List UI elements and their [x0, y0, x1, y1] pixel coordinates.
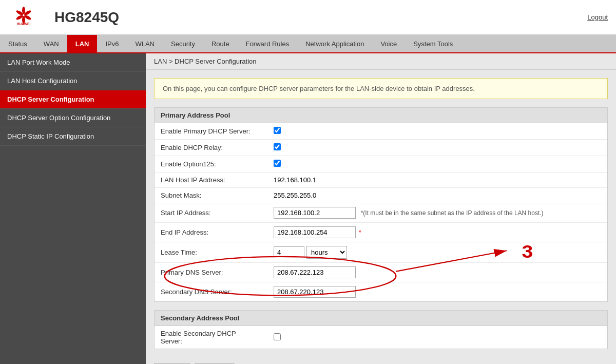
label-lan-host-ip: LAN Host IP Address:: [155, 173, 267, 188]
row-enable-option125: Enable Option125:: [155, 156, 607, 173]
secondary-pool-table: Enable Secondary DHCP Server:: [155, 326, 607, 349]
secondary-dhcp-label-line2: Server:: [161, 337, 182, 345]
checkbox-enable-dhcp-relay[interactable]: [274, 143, 281, 150]
navigation-bar: Status WAN LAN IPv6 WLAN Security Route …: [0, 35, 616, 53]
content-area: LAN > DHCP Server Configuration On this …: [146, 53, 616, 364]
info-box: On this page, you can configure DHCP ser…: [154, 78, 608, 99]
row-start-ip: Start IP Address: *(It must be in the sa…: [155, 203, 607, 223]
label-secondary-dns: Secondary DNS Server:: [155, 282, 267, 302]
value-subnet-mask: 255.255.255.0: [274, 191, 316, 199]
end-ip-required: *: [359, 228, 361, 236]
nav-lan[interactable]: LAN: [67, 35, 98, 52]
nav-network-application[interactable]: Network Application: [297, 35, 372, 52]
sidebar-item-dhcp-server-config[interactable]: DHCP Server Configuration: [0, 90, 146, 109]
row-primary-dns: Primary DNS Server:: [155, 263, 607, 282]
primary-address-pool-section: Primary Address Pool Enable Primary DHCP…: [154, 107, 608, 302]
primary-pool-header: Primary Address Pool: [155, 108, 607, 123]
nav-system-tools[interactable]: System Tools: [405, 35, 461, 52]
checkbox-enable-option125[interactable]: [274, 160, 281, 167]
row-lan-host-ip: LAN Host IP Address: 192.168.100.1: [155, 173, 607, 188]
row-enable-primary-dhcp: Enable Primary DHCP Server:: [155, 123, 607, 140]
nav-ipv6[interactable]: IPv6: [97, 35, 127, 52]
sidebar-item-lan-host-config[interactable]: LAN Host Configuration: [0, 72, 146, 90]
nav-route[interactable]: Route: [203, 35, 238, 52]
label-start-ip: Start IP Address:: [155, 203, 267, 223]
input-secondary-dns[interactable]: [274, 286, 356, 298]
start-ip-hint: *(It must be in the same subnet as the I…: [361, 209, 544, 217]
select-lease-unit[interactable]: hours minutes seconds: [306, 246, 347, 259]
row-enable-secondary-dhcp: Enable Secondary DHCP Server:: [155, 326, 607, 349]
secondary-dhcp-label-line1: Enable Secondary DHCP: [161, 330, 236, 337]
sidebar-item-lan-port-work-mode[interactable]: LAN Port Work Mode: [0, 53, 146, 72]
value-lan-host-ip: 192.168.100.1: [274, 176, 316, 184]
main-layout: LAN Port Work Mode LAN Host Configuratio…: [0, 53, 616, 364]
label-enable-secondary-dhcp: Enable Secondary DHCP Server:: [155, 326, 267, 349]
row-enable-dhcp-relay: Enable DHCP Relay:: [155, 140, 607, 156]
checkbox-enable-primary-dhcp[interactable]: [274, 127, 281, 134]
row-secondary-dns: Secondary DNS Server:: [155, 282, 607, 302]
sidebar-item-dhcp-static-ip-config[interactable]: DHCP Static IP Configuration: [0, 127, 146, 146]
input-end-ip[interactable]: [274, 226, 356, 238]
input-start-ip[interactable]: [274, 207, 356, 219]
label-lease-time: Lease Time:: [155, 242, 267, 263]
primary-pool-table: Enable Primary DHCP Server: Enable DHCP …: [155, 123, 607, 301]
buttons-row: Apply Cancel: [146, 357, 616, 364]
secondary-address-pool-section: Secondary Address Pool Enable Secondary …: [154, 310, 608, 349]
page-header: HUAWEI HG8245Q Logout: [0, 0, 616, 35]
secondary-pool-header: Secondary Address Pool: [155, 311, 607, 326]
input-lease-time[interactable]: [274, 246, 304, 258]
label-enable-option125: Enable Option125:: [155, 156, 267, 173]
row-lease-time: Lease Time: hours minutes seconds: [155, 242, 607, 263]
label-enable-primary-dhcp: Enable Primary DHCP Server:: [155, 123, 267, 140]
device-model: HG8245Q: [54, 9, 119, 26]
nav-forward-rules[interactable]: Forward Rules: [238, 35, 298, 52]
sidebar: LAN Port Work Mode LAN Host Configuratio…: [0, 53, 146, 364]
nav-wlan[interactable]: WLAN: [127, 35, 163, 52]
row-end-ip: End IP Address: *: [155, 223, 607, 242]
nav-wan[interactable]: WAN: [35, 35, 67, 52]
label-enable-dhcp-relay: Enable DHCP Relay:: [155, 140, 267, 156]
logo-area: HUAWEI: [8, 6, 39, 29]
row-subnet-mask: Subnet Mask: 255.255.255.0: [155, 188, 607, 203]
checkbox-enable-secondary-dhcp[interactable]: [274, 333, 281, 340]
nav-security[interactable]: Security: [163, 35, 203, 52]
label-end-ip: End IP Address:: [155, 223, 267, 242]
svg-text:HUAWEI: HUAWEI: [17, 22, 31, 26]
svg-point-1: [22, 7, 25, 14]
breadcrumb: LAN > DHCP Server Configuration: [146, 53, 616, 70]
huawei-logo: HUAWEI: [8, 6, 39, 29]
nav-status[interactable]: Status: [0, 35, 35, 52]
input-primary-dns[interactable]: [274, 266, 356, 278]
nav-voice[interactable]: Voice: [372, 35, 405, 52]
logout-button[interactable]: Logout: [587, 13, 608, 21]
label-primary-dns: Primary DNS Server:: [155, 263, 267, 282]
sidebar-item-dhcp-server-option-config[interactable]: DHCP Server Option Configuration: [0, 109, 146, 127]
label-subnet-mask: Subnet Mask:: [155, 188, 267, 203]
